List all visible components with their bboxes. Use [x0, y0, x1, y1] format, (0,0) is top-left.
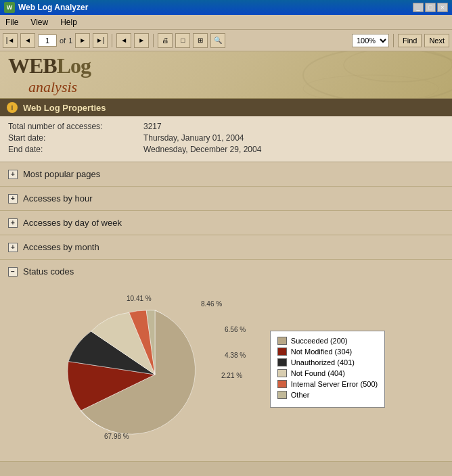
toolbar-prev-page[interactable]: ◄	[20, 33, 35, 48]
maximize-button[interactable]: □	[425, 3, 436, 12]
close-button[interactable]: ×	[437, 3, 448, 12]
prop-label-accesses: Total number of accesses:	[8, 122, 143, 131]
label-unauthorized: 8.46 %	[201, 300, 222, 308]
legend-color-succeeded	[277, 337, 287, 345]
section-most-popular[interactable]: + Most popular pages	[0, 162, 452, 187]
toolbar-first-page[interactable]: |◄	[3, 33, 18, 48]
section-accesses-day[interactable]: + Accesses by day of week	[0, 211, 452, 235]
expand-icon-popular[interactable]: +	[8, 170, 18, 179]
prop-value-end: Wednesday, December 29, 2004	[143, 145, 261, 154]
legend-label-unauthorized: Unauthorized (401)	[291, 358, 355, 366]
legend-color-server-error	[277, 380, 287, 388]
toolbar-sep-2	[153, 34, 154, 47]
legend-item-not-found: Not Found (404)	[277, 369, 378, 377]
section-label-month: Accesses by month	[23, 242, 99, 252]
label-succeeded: 67.98 %	[104, 433, 129, 440]
legend-label-other: Other	[291, 391, 310, 399]
toolbar-last-page[interactable]: ►|	[93, 33, 108, 48]
logo: WEBLog analysis	[8, 53, 91, 96]
title-bar: W Web Log Analyzer _ □ ×	[0, 0, 452, 15]
legend-label-not-found: Not Found (404)	[291, 369, 345, 377]
properties-header: i Web Log Properties	[0, 99, 452, 116]
toolbar-pages[interactable]: ⊞	[193, 33, 208, 48]
header-banner: WEBLog analysis	[0, 51, 452, 99]
expand-icon-day[interactable]: +	[8, 218, 18, 228]
next-button[interactable]: Next	[424, 34, 449, 47]
toolbar-sep-3	[393, 34, 394, 47]
prop-label-end: End date:	[8, 145, 143, 154]
legend-item-other: Other	[277, 391, 378, 399]
svg-point-2	[303, 75, 438, 99]
banner-decoration	[249, 51, 452, 99]
legend-label-server-error: Internal Server Error (500)	[291, 380, 378, 388]
page-input[interactable]	[38, 34, 57, 47]
window-controls: _ □ ×	[413, 3, 448, 12]
legend-color-not-found	[277, 369, 287, 377]
prop-row-accesses: Total number of accesses: 3217	[8, 122, 444, 131]
expand-icon-month[interactable]: +	[8, 243, 18, 252]
menu-file[interactable]: File	[3, 16, 21, 28]
section-accesses-hour[interactable]: + Accesses by hour	[0, 187, 452, 211]
legend-item-server-error: Internal Server Error (500)	[277, 380, 378, 388]
toolbar-zoom-dropdown[interactable]: 🔍	[210, 33, 225, 48]
label-not-found: 6.56 %	[225, 326, 246, 333]
chart-legend: Succeeded (200) Not Modified (304) Unaut…	[270, 331, 385, 408]
toolbar-layout[interactable]: □	[175, 33, 190, 48]
label-other: 2.21 %	[221, 372, 242, 379]
prop-value-start: Thursday, January 01, 2004	[143, 133, 244, 143]
legend-label-succeeded: Succeeded (200)	[291, 337, 348, 345]
legend-item-succeeded: Succeeded (200)	[277, 337, 378, 345]
prop-row-start: Start date: Thursday, January 01, 2004	[8, 133, 444, 143]
status-codes-header[interactable]: − Status codes	[0, 260, 452, 283]
legend-color-unauthorized	[277, 358, 287, 366]
prop-row-end: End date: Wednesday, December 29, 2004	[8, 145, 444, 154]
label-not-modified: 10.41 %	[127, 295, 152, 302]
section-label-popular: Most popular pages	[23, 169, 100, 179]
toolbar: |◄ ◄ of 1 ► ►| ◄ ► 🖨 □ ⊞ 🔍 100% 75% 150%…	[0, 30, 452, 51]
expand-icon-hour[interactable]: +	[8, 194, 18, 204]
app-icon: W	[4, 2, 15, 13]
section-label-status: Status codes	[23, 266, 74, 277]
toolbar-print[interactable]: 🖨	[158, 33, 173, 48]
section-label-day: Accesses by day of week	[23, 218, 122, 228]
section-accesses-month[interactable]: + Accesses by month	[0, 235, 452, 260]
legend-color-not-modified	[277, 348, 287, 356]
minimize-button[interactable]: _	[413, 3, 424, 12]
prop-label-start: Start date:	[8, 133, 143, 143]
legend-color-other	[277, 391, 287, 399]
toolbar-next-page[interactable]: ►	[75, 33, 90, 48]
pie-chart-container: 10.41 % 8.46 % 6.56 % 4.38 % 2.21 % 67.9…	[67, 290, 256, 448]
svg-point-1	[344, 51, 452, 82]
logo-web: WEB	[8, 53, 57, 78]
properties-title: Web Log Properties	[23, 103, 106, 113]
toolbar-sep-1	[112, 34, 112, 47]
properties-icon: i	[7, 102, 18, 113]
prop-value-accesses: 3217	[143, 122, 162, 131]
find-button[interactable]: Find	[398, 34, 422, 47]
page-of-label: of	[60, 37, 66, 45]
chart-area: 10.41 % 8.46 % 6.56 % 4.38 % 2.21 % 67.9…	[0, 283, 452, 461]
zoom-select[interactable]: 100% 75% 150%	[352, 34, 389, 47]
page-total: 1	[68, 37, 72, 45]
menu-bar: File View Help	[0, 15, 452, 30]
label-server-error: 4.38 %	[225, 352, 246, 359]
legend-label-not-modified: Not Modified (304)	[291, 348, 353, 356]
toolbar-forward[interactable]: ►	[134, 33, 149, 48]
content-area: WEBLog analysis i Web Log Properties Tot…	[0, 51, 452, 476]
status-codes-section: − Status codes	[0, 260, 452, 462]
window-title: Web Log Analyzer	[18, 3, 88, 12]
properties-table: Total number of accesses: 3217 Start dat…	[0, 116, 452, 162]
pie-chart: 10.41 % 8.46 % 6.56 % 4.38 % 2.21 % 67.9…	[67, 290, 256, 446]
menu-view[interactable]: View	[28, 16, 51, 28]
section-label-hour: Accesses by hour	[23, 193, 93, 204]
logo-analysis: analysis	[28, 78, 77, 95]
legend-item-unauthorized: Unauthorized (401)	[277, 358, 378, 366]
logo-log: Log	[57, 53, 91, 78]
toolbar-back[interactable]: ◄	[116, 33, 131, 48]
menu-help[interactable]: Help	[58, 16, 80, 28]
expand-icon-status[interactable]: −	[8, 267, 18, 277]
legend-item-not-modified: Not Modified (304)	[277, 348, 378, 356]
